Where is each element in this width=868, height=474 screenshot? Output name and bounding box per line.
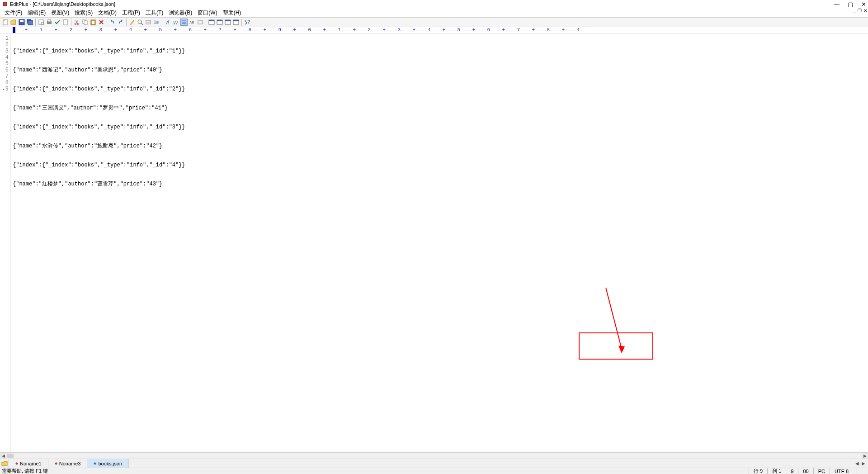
code-line: {"name":"西游记","author":"吴承恩","price":"40…	[13, 67, 868, 73]
document-tabs: ◆ Noname1 ◆ Noname3 ◆ books.json ◀ ▶	[0, 459, 868, 468]
menu-project[interactable]: 工程(P)	[119, 9, 143, 17]
svg-point-13	[77, 23, 79, 25]
editor: 1 2 3 4 5 6 7 8 9 {"index":{"_index":"bo…	[0, 34, 868, 452]
code-line: {"index":{"_index":"books","_type":"info…	[13, 124, 868, 130]
menu-bar: 文件(F) 编辑(E) 视图(V) 搜索(S) 文档(D) 工程(P) 工具(T…	[0, 8, 868, 17]
window-controls: — ▢ ✕	[834, 0, 866, 8]
menu-help[interactable]: 帮助(H)	[220, 9, 244, 17]
modified-icon: ◆	[55, 461, 57, 465]
status-mode: PC	[813, 468, 830, 474]
paste-icon[interactable]	[90, 19, 97, 26]
window-2-icon[interactable]	[216, 19, 223, 26]
print-preview-icon[interactable]	[38, 19, 45, 26]
wordwrap-icon[interactable]: W	[172, 19, 179, 26]
menu-file[interactable]: 文件(F)	[2, 9, 25, 17]
code-line: {"index":{"_index":"books","_type":"info…	[13, 86, 868, 92]
tab-folder-icon[interactable]	[0, 459, 9, 468]
ruler-text: ----+----1----+----2----+----3----+----4…	[13, 27, 585, 33]
menu-tools[interactable]: 工具(T)	[143, 9, 166, 17]
svg-text:W: W	[173, 20, 179, 25]
window-3-icon[interactable]	[224, 19, 231, 26]
status-count: 9	[786, 468, 798, 474]
document-icon[interactable]	[62, 19, 69, 26]
status-resize-grip-icon	[857, 468, 866, 474]
delete-icon[interactable]	[98, 19, 105, 26]
menu-view[interactable]: 视图(V)	[48, 9, 72, 17]
mdi-minimize-button[interactable]: _	[853, 8, 856, 13]
line-number: 9	[0, 86, 9, 93]
open-file-icon[interactable]	[10, 19, 17, 26]
line-number: 8	[0, 80, 9, 86]
menu-document[interactable]: 文档(D)	[95, 9, 119, 17]
code-line: {"index":{"_index":"books","_type":"info…	[13, 48, 868, 54]
mdi-close-button[interactable]: ✕	[863, 8, 867, 13]
svg-rect-24	[198, 20, 203, 24]
context-help-icon[interactable]: ?	[244, 19, 251, 26]
line-number: 6	[0, 67, 9, 73]
svg-rect-15	[84, 21, 87, 24]
maximize-button[interactable]: ▢	[848, 1, 853, 8]
tab-books-json[interactable]: ◆ books.json	[87, 459, 129, 468]
tab-label: Noname3	[59, 461, 81, 466]
find-next-icon[interactable]	[145, 19, 152, 26]
menu-window[interactable]: 窗口(W)	[195, 9, 220, 17]
check-icon[interactable]	[54, 19, 61, 26]
new-file-icon[interactable]	[2, 19, 9, 26]
redo-icon[interactable]	[117, 19, 124, 26]
code-line: {"index":{"_index":"books","_type":"info…	[13, 162, 868, 168]
title-bar: EditPlus - [C:\Users\liqiang\Desktop\boo…	[0, 0, 868, 8]
tab-noname1[interactable]: ◆ Noname1	[9, 459, 48, 468]
scroll-left-icon[interactable]: ◀	[0, 453, 6, 459]
code-line: {"name":"三国演义","author":"罗贯中","price":"4…	[13, 105, 868, 111]
menu-search[interactable]: 搜索(S)	[72, 9, 95, 17]
svg-rect-28	[217, 20, 222, 21]
find-icon[interactable]	[137, 19, 144, 26]
toolbar-separator	[241, 19, 242, 26]
code-area[interactable]: {"index":{"_index":"books","_type":"info…	[11, 34, 868, 452]
tab-prev-icon[interactable]: ◀	[855, 461, 859, 466]
mdi-restore-button[interactable]: ❐	[858, 8, 862, 13]
svg-rect-26	[209, 20, 214, 21]
toolbar: 1≡ A W AB ?	[0, 17, 868, 27]
tab-label: Noname1	[20, 461, 42, 466]
menu-browser[interactable]: 浏览器(B)	[166, 9, 195, 17]
line-gutter: 1 2 3 4 5 6 7 8 9	[0, 34, 11, 452]
window-1-icon[interactable]	[208, 19, 215, 26]
status-help: 需要帮助, 请按 F1 键	[2, 468, 48, 474]
svg-text:1≡: 1≡	[154, 20, 159, 25]
toolbar-separator	[126, 19, 127, 26]
line-number-icon[interactable]: 1≡	[153, 19, 160, 26]
horizontal-scrollbar[interactable]: ◀ ▶	[0, 452, 868, 459]
minimize-button[interactable]: —	[834, 1, 840, 8]
scroll-right-icon[interactable]: ▶	[862, 453, 868, 459]
svg-rect-10	[48, 19, 51, 22]
toolbar-separator	[206, 19, 206, 26]
italic-icon[interactable]: A	[164, 19, 171, 26]
marker-icon[interactable]	[128, 19, 136, 26]
scroll-thumb[interactable]	[7, 454, 14, 458]
copy-icon[interactable]	[81, 19, 89, 26]
print-icon[interactable]	[46, 19, 53, 26]
close-button[interactable]: ✕	[861, 1, 866, 8]
ruler-cursor-icon	[13, 27, 15, 33]
svg-point-18	[138, 20, 142, 24]
show-spaces-icon[interactable]: AB	[189, 19, 196, 26]
save-icon[interactable]	[18, 19, 25, 26]
window-4-icon[interactable]	[232, 19, 240, 26]
toggle-highlight-icon[interactable]	[180, 19, 188, 26]
app-icon	[2, 1, 8, 7]
save-all-icon[interactable]	[26, 19, 33, 26]
ruler: ----+----1----+----2----+----3----+----4…	[0, 27, 868, 33]
menu-edit[interactable]: 编辑(E)	[25, 9, 48, 17]
toolbar-separator	[107, 19, 107, 26]
cut-icon[interactable]	[73, 19, 80, 26]
svg-rect-11	[64, 19, 67, 25]
tab-noname3[interactable]: ◆ Noname3	[48, 459, 88, 468]
tab-next-icon[interactable]: ▶	[862, 461, 865, 466]
line-number: 1	[0, 35, 9, 42]
undo-icon[interactable]	[109, 19, 116, 26]
svg-rect-6	[28, 20, 33, 25]
show-tabs-icon[interactable]	[197, 19, 204, 26]
toolbar-separator	[35, 19, 36, 26]
line-number: 7	[0, 73, 9, 80]
